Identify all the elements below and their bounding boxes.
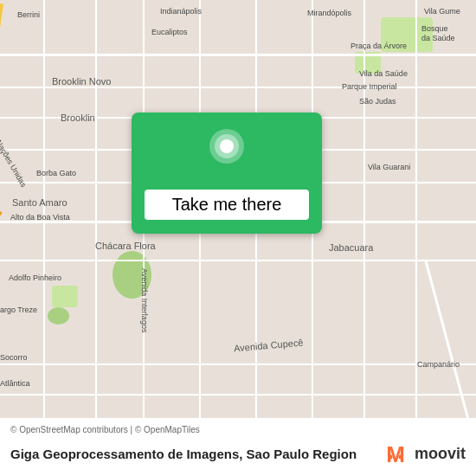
bottom-bar: © OpenStreetMap contributors | © OpenMap… [0,418,476,476]
road-h9 [0,394,476,396]
moovit-icon: M [380,438,411,469]
svg-point-5 [388,455,392,460]
road-h1 [0,54,476,56]
map-attribution: © OpenStreetMap contributors | © OpenMap… [10,425,466,434]
road-v1 [43,0,45,424]
park-area-2 [48,307,69,325]
road-h7 [0,260,476,261]
park-area [113,251,151,299]
place-info-row: Giga Geoprocessamento de Imagens, Sao Pa… [10,438,466,469]
button-overlay[interactable]: Take me there [132,113,322,234]
road-h8 [0,363,476,365]
bosque-saude [381,17,433,52]
svg-point-6 [398,455,402,460]
place-name: Giga Geoprocessamento de Imagens, Sao Pa… [10,447,380,461]
green-area [52,286,78,307]
moovit-text-label: moovit [415,445,466,463]
svg-text:M: M [386,441,405,467]
road-v2 [95,0,97,424]
road-h2 [0,87,476,88]
map-background [0,0,476,476]
road-v7 [363,0,365,424]
moovit-logo: M moovit [380,438,466,469]
map-container: Berrini Indianápolis Mirandópolis Vila G… [0,0,476,476]
road-v8 [415,0,417,424]
location-pin-icon [205,127,248,179]
take-me-there-button[interactable]: Take me there [145,190,309,220]
svg-point-2 [220,139,234,153]
